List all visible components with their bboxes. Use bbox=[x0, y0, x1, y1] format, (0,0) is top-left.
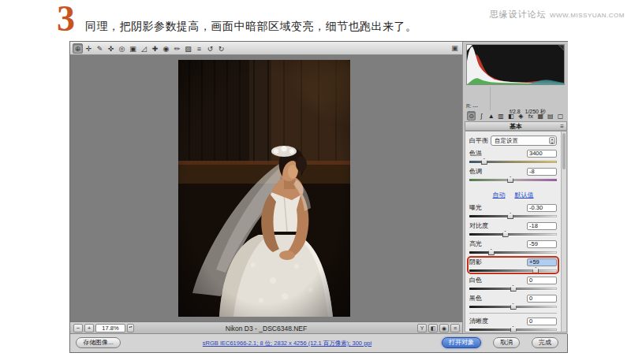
slider-temperature-value-input[interactable]: 3400 bbox=[527, 150, 557, 158]
effects-panel-icon[interactable]: fx bbox=[526, 111, 535, 121]
slider-temperature: 色温3400 bbox=[469, 149, 557, 165]
slider-clarity-track[interactable] bbox=[469, 325, 557, 332]
zoom-out-button[interactable]: − bbox=[73, 324, 83, 332]
active-panel-tab: 基本 ≡ bbox=[465, 121, 567, 131]
slider-temperature-track[interactable] bbox=[469, 158, 557, 165]
slider-blacks-thumb[interactable] bbox=[510, 303, 517, 310]
split-view-icon[interactable]: ◧ bbox=[428, 324, 438, 332]
panel-scrollbar[interactable] bbox=[561, 132, 566, 332]
slider-exposure: 曝光-0.30 bbox=[469, 203, 557, 220]
slider-shadows-value-input[interactable]: +59 bbox=[527, 258, 557, 266]
slider-blacks-track[interactable] bbox=[469, 303, 557, 310]
slider-highlights-track[interactable] bbox=[469, 248, 557, 256]
rotate-right-tool-icon[interactable]: ↻ bbox=[216, 43, 226, 54]
zoom-tool-icon[interactable]: ⊕ bbox=[73, 43, 83, 54]
toolbar-tools: ⊕✛✎✜◎▣◿✚◉✏▧≡↺↻ bbox=[73, 43, 226, 54]
slider-shadows-label: 阴影 bbox=[469, 258, 482, 266]
slider-whites-thumb[interactable] bbox=[510, 285, 517, 292]
straighten-tool-icon[interactable]: ◿ bbox=[139, 43, 149, 54]
statusbar-icons: Y◧◉≡ bbox=[417, 324, 460, 332]
white-balance-label: 白平衡 bbox=[469, 136, 488, 145]
default-link[interactable]: 默认值 bbox=[515, 191, 534, 199]
rgb-r: R: --- bbox=[466, 102, 490, 110]
crop-tool-icon[interactable]: ▣ bbox=[128, 43, 138, 54]
white-balance-select[interactable]: 自定设置 ▴▾ bbox=[491, 136, 557, 146]
slider-blacks-value-input[interactable]: 0 bbox=[527, 295, 557, 303]
slider-shadows: 阴影+59 bbox=[469, 258, 557, 274]
slider-highlights: 高光-59 bbox=[469, 240, 557, 256]
graduated-filter-tool-icon[interactable]: ▧ bbox=[183, 43, 193, 54]
basic-panel-icon[interactable]: ⊙ bbox=[467, 111, 476, 121]
zoom-controls: − + 17.8% ▴▾ bbox=[73, 324, 134, 332]
slider-whites-value-input[interactable]: 0 bbox=[527, 277, 557, 284]
preview-toggle-icon[interactable]: ◉ bbox=[439, 324, 449, 332]
wb-sliders-group: 色温3400色调-8 bbox=[469, 149, 557, 184]
slider-clarity-value-input[interactable]: 0 bbox=[527, 318, 557, 325]
auto-link[interactable]: 自动 bbox=[493, 191, 506, 199]
done-button[interactable]: 完成 bbox=[532, 337, 558, 348]
zoom-in-button[interactable]: + bbox=[84, 324, 94, 332]
open-object-button[interactable]: 打开对象 bbox=[442, 337, 481, 348]
slider-tint: 色调-8 bbox=[469, 167, 557, 184]
slider-contrast-track[interactable] bbox=[469, 230, 557, 238]
step-number: 3 bbox=[57, 0, 75, 38]
panel-scrollbar-thumb[interactable] bbox=[562, 133, 566, 169]
tone-curve-panel-icon[interactable]: ∫ bbox=[477, 111, 486, 121]
slider-tint-track[interactable] bbox=[469, 176, 557, 184]
slider-contrast-label: 对比度 bbox=[469, 221, 488, 230]
workflow-options-link[interactable]: sRGB IEC61966-2.1; 8 位; 2832 x 4256 (12.… bbox=[173, 340, 401, 347]
slider-highlights-rail bbox=[469, 251, 557, 254]
targeted-adjustment-tool-icon[interactable]: ◎ bbox=[117, 43, 127, 54]
lens-corrections-panel-icon[interactable]: ◈ bbox=[517, 111, 525, 121]
preferences-tool-icon[interactable]: ≡ bbox=[194, 43, 204, 54]
file-name-label: Nikon D3 - _DSC6348.NEF bbox=[165, 325, 368, 332]
save-image-button[interactable]: 存储图像... bbox=[76, 337, 121, 348]
slider-exposure-value-input[interactable]: -0.30 bbox=[527, 204, 557, 212]
tutorial-page: 3 同理，把阴影参数提高，画面中暗部区域变亮，细节也跑出来了。 思缘设计论坛 W… bbox=[0, 0, 631, 364]
slider-exposure-label: 曝光 bbox=[469, 203, 482, 212]
slider-clarity-thumb[interactable] bbox=[510, 326, 517, 332]
basic-panel-body: 白平衡 自定设置 ▴▾ 色温3400色调-8 自动默认值 曝光-0.30对比度-… bbox=[465, 131, 567, 332]
cancel-button[interactable]: 取消 bbox=[493, 337, 520, 348]
zoom-level-select[interactable]: 17.8% bbox=[95, 324, 125, 332]
slider-temperature-thumb[interactable] bbox=[481, 158, 487, 165]
slider-whites-track[interactable] bbox=[469, 284, 557, 292]
hsl-grayscale-panel-icon[interactable]: ▥ bbox=[497, 111, 506, 121]
slider-highlights-value-input[interactable]: -59 bbox=[527, 240, 557, 248]
rotate-left-tool-icon[interactable]: ↺ bbox=[205, 43, 215, 54]
zoom-level-stepper[interactable]: ▴▾ bbox=[127, 324, 134, 332]
slider-contrast-value-input[interactable]: -18 bbox=[527, 222, 557, 230]
panel-tab-icons: ⊙∫▲▥◧◈fx▦▤▢ bbox=[465, 111, 567, 121]
exif-info-area: R: --- G: --- B: --- f/2.8 1/250 秒 ISO 6… bbox=[466, 87, 565, 110]
panel-divider bbox=[469, 313, 557, 314]
spot-removal-tool-icon[interactable]: ✚ bbox=[150, 43, 160, 54]
slider-shadows-thumb[interactable] bbox=[532, 267, 539, 273]
slider-contrast-thumb[interactable] bbox=[502, 231, 509, 237]
detail-panel-icon[interactable]: ▲ bbox=[487, 111, 495, 121]
adjustment-brush-tool-icon[interactable]: ✏ bbox=[172, 43, 182, 54]
hand-tool-icon[interactable]: ✛ bbox=[84, 43, 94, 54]
bride-photo bbox=[178, 60, 350, 317]
panel-toggle-icon[interactable]: ▣ bbox=[450, 43, 460, 54]
image-preview-area[interactable] bbox=[70, 55, 462, 321]
color-sampler-tool-icon[interactable]: ✜ bbox=[106, 43, 116, 54]
footer-buttons: 打开对象 取消 完成 bbox=[442, 337, 558, 348]
split-toning-panel-icon[interactable]: ◧ bbox=[506, 111, 515, 121]
red-eye-tool-icon[interactable]: ◉ bbox=[161, 43, 171, 54]
step-heading: 同理，把阴影参数提高，画面中暗部区域变亮，细节也跑出来了。 bbox=[85, 20, 417, 34]
presets-panel-icon[interactable]: ▤ bbox=[546, 111, 554, 121]
panel-menu-icon[interactable]: ≡ bbox=[560, 122, 564, 131]
before-after-view-icon[interactable]: Y bbox=[417, 324, 427, 332]
slider-highlights-thumb[interactable] bbox=[488, 249, 495, 255]
slider-tint-value-input[interactable]: -8 bbox=[527, 168, 557, 176]
camera-calibration-panel-icon[interactable]: ▦ bbox=[536, 111, 545, 121]
white-balance-value: 自定设置 bbox=[495, 137, 518, 144]
slider-exposure-track[interactable] bbox=[469, 212, 557, 220]
white-balance-stepper-icon[interactable]: ▴▾ bbox=[549, 137, 555, 144]
white-balance-tool-icon[interactable]: ✎ bbox=[95, 43, 105, 54]
view-menu-icon[interactable]: ≡ bbox=[450, 324, 460, 332]
slider-tint-thumb[interactable] bbox=[507, 176, 513, 183]
snapshots-panel-icon[interactable]: ▢ bbox=[556, 111, 565, 121]
slider-exposure-thumb[interactable] bbox=[507, 213, 513, 219]
slider-shadows-track[interactable] bbox=[469, 266, 557, 274]
